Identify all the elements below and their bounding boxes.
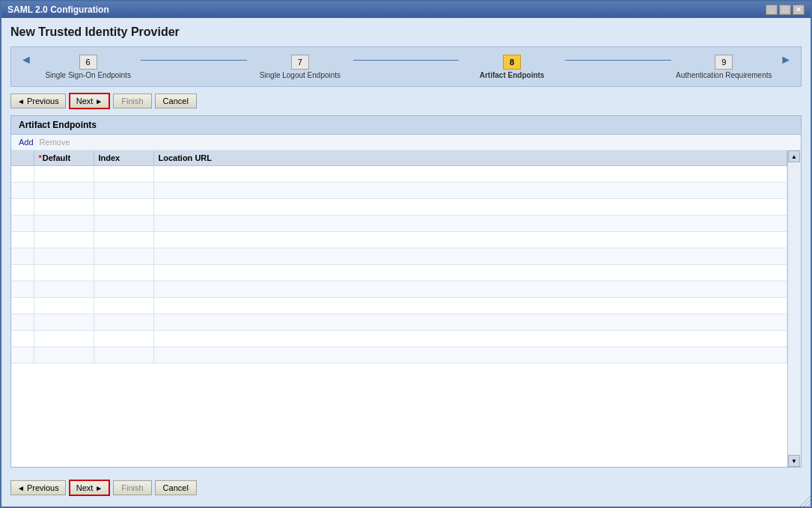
wizard-step-7: 7 Single Logout Endpoints — [247, 55, 353, 79]
cell-url — [153, 347, 787, 364]
maximize-button[interactable]: □ — [779, 4, 791, 15]
cell-url — [153, 314, 787, 331]
table-row — [11, 215, 787, 232]
bottom-finish-button[interactable]: Finish — [113, 480, 151, 495]
cell-default — [34, 347, 94, 364]
bottom-toolbar: ◄ Previous Next ► Finish Cancel — [10, 474, 802, 499]
cell-index — [94, 298, 153, 314]
table-row — [11, 347, 787, 364]
cell-default — [34, 166, 94, 183]
cell-default — [34, 298, 94, 314]
wizard-steps: 6 Single Sign-On Endpoints 7 Single Logo… — [35, 55, 777, 79]
cell-default — [34, 281, 94, 298]
cell-select — [11, 232, 34, 248]
table-row — [11, 331, 787, 347]
step-line-7-8 — [353, 60, 460, 61]
cell-default — [34, 199, 94, 215]
col-select-header — [11, 150, 34, 166]
close-button[interactable]: ✕ — [793, 4, 805, 15]
vertical-scrollbar: ▲ ▼ — [787, 150, 801, 467]
title-bar: SAML 2.0 Configuration _ □ ✕ — [1, 1, 811, 18]
cell-url — [153, 183, 787, 199]
cell-select — [11, 183, 34, 199]
minimize-button[interactable]: _ — [766, 4, 778, 15]
scroll-down-button[interactable]: ▼ — [788, 455, 800, 467]
bottom-prev-arrow-icon: ◄ — [17, 484, 25, 492]
cell-index — [94, 199, 153, 215]
top-finish-button[interactable]: Finish — [113, 94, 151, 108]
cell-default — [34, 183, 94, 199]
wizard-step-8: 8 Artifact Endpoints — [459, 55, 565, 79]
cell-url — [153, 331, 787, 347]
cell-default — [34, 248, 94, 265]
required-star: * — [39, 153, 42, 162]
cell-select — [11, 199, 34, 215]
cell-select — [11, 331, 34, 347]
cell-default — [34, 215, 94, 232]
table-row — [11, 183, 787, 199]
add-button[interactable]: Add — [19, 138, 34, 147]
top-toolbar: ◄ Previous Next ► Finish Cancel — [10, 93, 802, 109]
cell-url — [153, 248, 787, 265]
table-body — [11, 166, 787, 364]
endpoints-table: *Default Index Location URL — [11, 150, 787, 364]
bottom-previous-button[interactable]: ◄ Previous — [10, 480, 66, 495]
table-inner: *Default Index Location URL — [11, 150, 787, 467]
cell-select — [11, 248, 34, 265]
table-row — [11, 166, 787, 183]
cell-select — [11, 281, 34, 298]
bottom-next-arrow-icon: ► — [95, 484, 103, 492]
scroll-track[interactable] — [788, 162, 801, 455]
cell-url — [153, 215, 787, 232]
panel-header: Artifact Endpoints — [11, 116, 801, 135]
svg-line-2 — [808, 504, 811, 507]
cell-url — [153, 265, 787, 281]
bottom-next-button[interactable]: Next ► — [69, 480, 111, 496]
cell-select — [11, 215, 34, 232]
cell-index — [94, 215, 153, 232]
step-9-number: 9 — [715, 55, 733, 70]
table-row — [11, 265, 787, 281]
main-window: SAML 2.0 Configuration _ □ ✕ New Trusted… — [0, 0, 812, 508]
scroll-up-button[interactable]: ▲ — [788, 150, 800, 162]
step-8-number: 8 — [503, 55, 521, 70]
cell-url — [153, 199, 787, 215]
cell-select — [11, 265, 34, 281]
cell-index — [94, 331, 153, 347]
top-next-button[interactable]: Next ► — [69, 93, 111, 109]
table-row — [11, 298, 787, 314]
step-7-number: 7 — [291, 55, 309, 70]
wizard-navigation: ◄ 6 Single Sign-On Endpoints 7 Single Lo… — [10, 46, 802, 87]
wizard-left-arrow-icon: ◄ — [20, 53, 32, 67]
cell-index — [94, 265, 153, 281]
table-row — [11, 232, 787, 248]
top-cancel-button[interactable]: Cancel — [155, 94, 197, 108]
wizard-right-arrow-icon: ► — [780, 53, 792, 67]
cell-select — [11, 314, 34, 331]
cell-index — [94, 314, 153, 331]
page-title: New Trusted Identity Provider — [10, 25, 802, 39]
col-index-header: Index — [94, 150, 153, 166]
svg-line-1 — [804, 500, 811, 507]
cell-url — [153, 166, 787, 183]
cell-select — [11, 166, 34, 183]
remove-button[interactable]: Remove — [40, 138, 70, 147]
bottom-cancel-button[interactable]: Cancel — [155, 480, 197, 495]
table-header-row: *Default Index Location URL — [11, 150, 787, 166]
title-bar-buttons: _ □ ✕ — [766, 4, 805, 15]
step-9-label: Authentication Requirements — [676, 71, 772, 79]
content-area: New Trusted Identity Provider ◄ 6 Single… — [1, 18, 811, 507]
col-url-header: Location URL — [153, 150, 787, 166]
cell-default — [34, 331, 94, 347]
col-default-header: *Default — [34, 150, 94, 166]
cell-default — [34, 314, 94, 331]
cell-default — [34, 265, 94, 281]
cell-url — [153, 232, 787, 248]
table-wrapper: *Default Index Location URL — [11, 150, 801, 467]
next-arrow-icon: ► — [95, 97, 103, 105]
top-previous-button[interactable]: ◄ Previous — [10, 94, 66, 108]
step-7-label: Single Logout Endpoints — [260, 71, 341, 79]
resize-handle[interactable] — [800, 496, 811, 507]
cell-index — [94, 281, 153, 298]
cell-url — [153, 281, 787, 298]
